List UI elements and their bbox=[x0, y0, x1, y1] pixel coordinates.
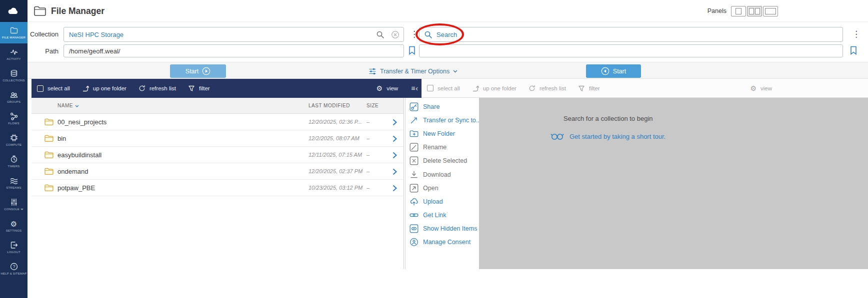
download-icon bbox=[410, 170, 418, 179]
tour-link[interactable]: Get started by taking a short tour. bbox=[570, 133, 666, 140]
column-last-modified[interactable]: LAST MODIFIED bbox=[308, 98, 350, 114]
sliders-icon bbox=[368, 67, 376, 75]
file-size: – bbox=[366, 180, 370, 196]
two-panel-button[interactable] bbox=[747, 6, 762, 16]
menu-item-upload[interactable]: Upload bbox=[406, 195, 479, 208]
tour-link-row[interactable]: Get started by taking a short tour. bbox=[550, 132, 666, 141]
file-modified: 10/23/2025, 03:12 PM bbox=[308, 180, 362, 196]
cloud-logo-icon bbox=[6, 6, 22, 16]
sidebar-item-groups[interactable]: GROUPS bbox=[0, 86, 28, 108]
svg-text:?: ? bbox=[12, 264, 15, 269]
sidebar-item-label: COMPUTE bbox=[6, 143, 22, 146]
sidebar-item-flows[interactable]: FLOWS bbox=[0, 108, 28, 129]
right-collection-search-input[interactable] bbox=[419, 27, 843, 42]
select-all-label[interactable]: select all bbox=[48, 85, 70, 91]
left-path-input[interactable] bbox=[64, 44, 404, 57]
sidebar-item-label: HELP & SITEMAP bbox=[0, 272, 26, 275]
left-bookmark-icon[interactable] bbox=[408, 46, 416, 55]
up-one-folder-label[interactable]: up one folder bbox=[93, 85, 126, 91]
sidebar-item-compute[interactable]: COMPUTE bbox=[0, 129, 28, 151]
sidebar-item-label: LOGOUT bbox=[7, 251, 20, 254]
table-row[interactable]: bin 12/2/2025, 08:07 AM – bbox=[32, 130, 404, 147]
up-one-folder-label[interactable]: up one folder bbox=[483, 85, 516, 91]
single-panel-button[interactable] bbox=[731, 6, 746, 16]
panel-layout-buttons bbox=[731, 6, 778, 16]
streams-icon bbox=[10, 177, 18, 185]
new-folder-icon bbox=[410, 129, 418, 138]
menu-item-share[interactable]: Share bbox=[406, 100, 479, 113]
sidebar-item-logout[interactable]: LOGOUT bbox=[0, 237, 28, 258]
page-folder-icon bbox=[34, 5, 46, 16]
filter-icon[interactable] bbox=[578, 85, 585, 92]
menu-item-delete-selected[interactable]: Delete Selected bbox=[406, 154, 479, 168]
right-start-button[interactable]: Start bbox=[586, 64, 641, 78]
wide-panel-button[interactable] bbox=[763, 6, 778, 16]
filter-label[interactable]: filter bbox=[589, 85, 600, 91]
sidebar-item-streams[interactable]: STREAMS bbox=[0, 172, 28, 194]
sidebar-item-timers[interactable]: TIMERS bbox=[0, 151, 28, 172]
left-collection-input[interactable] bbox=[64, 27, 404, 42]
chevron-right-icon[interactable] bbox=[392, 119, 397, 126]
chevron-right-icon[interactable] bbox=[392, 185, 397, 192]
filter-label[interactable]: filter bbox=[199, 85, 210, 91]
right-bookmark-icon[interactable] bbox=[850, 46, 857, 55]
transfer-options-label: Transfer & Timer Options bbox=[380, 68, 450, 75]
file-modified: 12/11/2025, 07:15 AM bbox=[308, 147, 362, 163]
action-menu: Share Transfer or Sync to... New Folder … bbox=[405, 98, 479, 269]
file-list: NAME LAST MODIFIED SIZE 00_nesi_projects… bbox=[32, 98, 404, 269]
right-path-input[interactable] bbox=[419, 44, 843, 57]
menu-item-download[interactable]: Download bbox=[406, 168, 479, 181]
file-size: – bbox=[366, 163, 370, 180]
collection-search-icon[interactable] bbox=[376, 30, 384, 39]
table-row[interactable]: 00_nesi_projects 12/20/2025, 02:36 P... … bbox=[32, 114, 404, 130]
chevron-down-icon bbox=[20, 208, 24, 210]
select-all-label[interactable]: select all bbox=[438, 85, 460, 91]
groups-icon bbox=[10, 91, 18, 99]
delete-icon bbox=[410, 156, 418, 165]
filter-icon[interactable] bbox=[188, 85, 195, 92]
menu-item-manage-consent[interactable]: Manage Consent bbox=[406, 236, 479, 249]
menu-item-show-hidden-items[interactable]: Show Hidden Items bbox=[406, 222, 479, 236]
collapse-panel-icon[interactable]: ≡‹ bbox=[411, 84, 418, 92]
column-name[interactable]: NAME bbox=[58, 98, 79, 114]
refresh-icon[interactable] bbox=[528, 85, 536, 92]
sidebar-item-help-sitemap[interactable]: ? HELP & SITEMAP bbox=[0, 258, 28, 280]
globus-logo[interactable] bbox=[0, 0, 28, 22]
file-name: potpaw_PBE bbox=[58, 180, 95, 196]
menu-item-rename[interactable]: Rename bbox=[406, 141, 479, 154]
empty-state-title: Search for a collection to begin bbox=[564, 115, 653, 122]
refresh-icon[interactable] bbox=[138, 85, 146, 92]
chevron-down-icon bbox=[453, 70, 458, 73]
up-one-folder-icon[interactable] bbox=[472, 85, 479, 92]
refresh-list-label[interactable]: refresh list bbox=[540, 85, 566, 91]
sidebar-item-console[interactable]: CONSOLE bbox=[0, 194, 28, 215]
table-row[interactable]: potpaw_PBE 10/23/2025, 03:12 PM – bbox=[32, 180, 404, 196]
upload-icon bbox=[410, 197, 418, 206]
select-all-checkbox[interactable] bbox=[427, 85, 434, 91]
chevron-right-icon[interactable] bbox=[392, 135, 397, 142]
refresh-list-label[interactable]: refresh list bbox=[150, 85, 176, 91]
table-row[interactable]: easybuildinstall 12/11/2025, 07:15 AM – bbox=[32, 147, 404, 163]
select-all-checkbox[interactable] bbox=[37, 85, 44, 92]
sidebar-item-settings[interactable]: ⚙ SETTINGS bbox=[0, 215, 28, 237]
menu-item-transfer-or-sync[interactable]: Transfer or Sync to... bbox=[406, 113, 479, 127]
clear-collection-icon[interactable] bbox=[391, 30, 400, 39]
menu-item-get-link[interactable]: Get Link bbox=[406, 209, 479, 222]
menu-item-new-folder[interactable]: New Folder bbox=[406, 127, 479, 140]
chevron-right-icon[interactable] bbox=[392, 152, 397, 159]
left-collection-menu-dots[interactable]: ⋮ bbox=[410, 30, 418, 39]
transfer-timer-options[interactable]: Transfer & Timer Options bbox=[368, 64, 458, 78]
right-collection-menu-dots[interactable]: ⋮ bbox=[852, 30, 860, 39]
column-size[interactable]: SIZE bbox=[366, 98, 378, 114]
chevron-right-icon[interactable] bbox=[392, 168, 397, 175]
view-options[interactable]: ⚙ view bbox=[376, 85, 398, 92]
sidebar-item-collections[interactable]: COLLECTIONS bbox=[0, 65, 28, 86]
top-bar: File Manager Panels bbox=[28, 0, 868, 22]
menu-item-open[interactable]: Open bbox=[406, 181, 479, 195]
file-name: bin bbox=[58, 130, 66, 147]
view-options[interactable]: ⚙ view bbox=[750, 85, 772, 92]
left-start-button[interactable]: Start bbox=[170, 64, 226, 78]
up-one-folder-icon[interactable] bbox=[82, 85, 89, 92]
table-row[interactable]: ondemand 12/20/2025, 02:37 PM – bbox=[32, 163, 404, 180]
play-circle-left-icon bbox=[601, 67, 610, 75]
